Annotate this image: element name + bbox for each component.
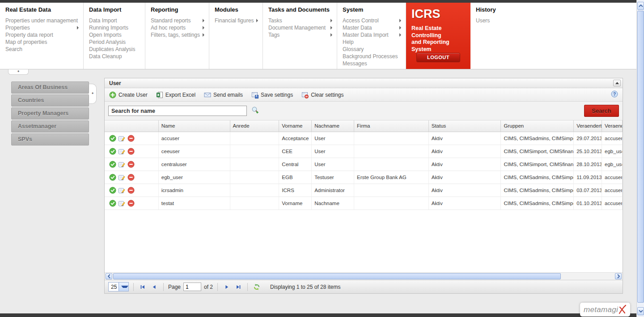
column-header-firma[interactable]: Firma: [354, 120, 429, 132]
page-number-input[interactable]: [183, 283, 201, 291]
last-page-button[interactable]: [234, 283, 243, 291]
activate-check-icon[interactable]: [109, 135, 116, 142]
edit-note-icon[interactable]: [118, 135, 126, 142]
edit-note-icon[interactable]: [118, 174, 126, 181]
activate-check-icon[interactable]: [109, 187, 116, 194]
menu-item-property-data-report[interactable]: Property data report: [5, 31, 83, 39]
menu-item-running-imports[interactable]: Running Imports: [89, 24, 145, 31]
table-row[interactable]: centraluserCentralUserAktivCIMS, CIMSimp…: [105, 158, 623, 171]
menu-item-search[interactable]: Search: [5, 46, 83, 53]
menu-item-filters-tags-settings[interactable]: Filters, tags, settings: [151, 31, 209, 39]
menu-item-properties[interactable]: Properties: [5, 24, 83, 31]
deactivate-minus-icon[interactable]: [127, 200, 135, 207]
column-header-actions[interactable]: [105, 120, 159, 132]
menu-item-duplicates-analysis[interactable]: Duplicates Analysis: [89, 46, 145, 53]
activate-check-icon[interactable]: [109, 200, 116, 207]
menu-item-financial-figures[interactable]: Financial figures: [215, 17, 263, 24]
column-header-anrede[interactable]: Anrede: [230, 120, 280, 132]
magnifier-add-icon[interactable]: [251, 106, 259, 116]
sidebar-item-countries[interactable]: Countries: [11, 94, 89, 107]
clear-settings-button[interactable]: Clear settings: [301, 91, 343, 99]
panel-collapse-button[interactable]: [613, 80, 621, 86]
cell-vorname: CEE: [279, 145, 312, 158]
edit-note-icon[interactable]: [118, 161, 126, 168]
menu-item-glossary[interactable]: Glossary: [343, 46, 406, 53]
menu-item-data-cleanup[interactable]: Data Cleanup: [89, 53, 145, 60]
page-size-select[interactable]: 25: [108, 282, 129, 291]
column-header-status[interactable]: Status: [429, 120, 501, 132]
submenu-arrow-icon: [203, 19, 204, 22]
menu-item-users[interactable]: Users: [476, 17, 636, 24]
menu-item-document-management[interactable]: Document Management: [268, 24, 337, 31]
edit-note-icon[interactable]: [118, 200, 126, 207]
dropdown-button[interactable]: [119, 283, 129, 291]
menu-item-ad-hoc-reports[interactable]: Ad hoc reports: [151, 24, 209, 31]
scroll-up-button[interactable]: [637, 2, 644, 10]
edit-note-icon[interactable]: [118, 187, 126, 194]
deactivate-minus-icon[interactable]: [127, 187, 135, 194]
next-page-button[interactable]: [222, 283, 231, 291]
sidebar-item-assetmanager[interactable]: Assetmanager: [11, 120, 89, 133]
activate-check-icon[interactable]: [109, 174, 116, 181]
deactivate-minus-icon[interactable]: [127, 161, 135, 168]
table-row[interactable]: egb_userEGBTestuserErste Group Bank AGAk…: [105, 171, 623, 184]
submenu-arrow-icon: [203, 33, 204, 37]
menu-item-standard-reports[interactable]: Standard reports: [151, 17, 209, 24]
submenu-arrow-icon: [399, 19, 401, 22]
menu-item-data-import[interactable]: Data Import: [89, 17, 145, 24]
menu-item-map-of-properties[interactable]: Map of properties: [5, 39, 83, 46]
deactivate-minus-icon[interactable]: [127, 135, 135, 142]
menu-item-master-data-import[interactable]: Master Data Import: [343, 31, 406, 39]
pagination-bar: 25 Page of 2 Displaying 1 to 25 of 28 it…: [105, 280, 623, 293]
create-user-button[interactable]: Create User: [109, 91, 148, 99]
scroll-left-button[interactable]: [106, 273, 112, 279]
export-excel-button[interactable]: Export Excel: [156, 91, 195, 99]
help-icon[interactable]: ?: [611, 90, 618, 99]
menu-item-messages[interactable]: Messages: [343, 60, 406, 67]
column-header-veraendert-von[interactable]: Veraendert von: [602, 120, 623, 132]
sidebar-collapse-tab[interactable]: ✦: [8, 69, 29, 75]
column-header-name[interactable]: Name: [159, 120, 230, 132]
menu-item-period-analysis[interactable]: Period Analysis: [89, 39, 145, 46]
page-label: Page: [168, 284, 181, 290]
table-row[interactable]: testatVornameNachnameAktivCIMS, CIMSadmi…: [105, 197, 623, 210]
search-button[interactable]: Search: [584, 105, 619, 117]
row-actions: [105, 158, 159, 171]
save-settings-button[interactable]: Save settings: [251, 91, 293, 99]
horizontal-scroll-thumb[interactable]: [113, 273, 561, 279]
activate-check-icon[interactable]: [109, 148, 116, 155]
column-header-nachname[interactable]: Nachname: [312, 120, 354, 132]
search-input[interactable]: [108, 106, 247, 116]
menu-item-tags[interactable]: Tags: [268, 31, 337, 39]
first-page-button[interactable]: [138, 283, 147, 291]
send-emails-button[interactable]: Send emails: [204, 91, 243, 99]
prev-page-button[interactable]: [150, 283, 159, 291]
menu-item-help[interactable]: Help: [343, 39, 406, 46]
column-header-veraendert[interactable]: Veraendert: [574, 120, 602, 132]
column-header-vorname[interactable]: Vorname: [279, 120, 312, 132]
menu-item-master-data[interactable]: Master Data: [343, 24, 406, 31]
deactivate-minus-icon[interactable]: [127, 148, 135, 155]
scroll-right-button[interactable]: [615, 273, 622, 279]
scroll-down-button[interactable]: [637, 307, 644, 315]
menu-item-properties-under-management[interactable]: Properties under management: [5, 17, 83, 24]
deactivate-minus-icon[interactable]: [127, 174, 135, 181]
sidebar-item-areas-of-business[interactable]: Areas Of Business: [11, 81, 89, 94]
edit-note-icon[interactable]: [118, 148, 126, 155]
menu-item-background-processes[interactable]: Background Processes: [343, 53, 406, 60]
activate-check-icon[interactable]: [109, 161, 116, 168]
table-row[interactable]: ceeuserCEEUserAktivCIMS, CIMSimport, CIM…: [105, 145, 623, 158]
menu-item-tasks[interactable]: Tasks: [268, 17, 337, 24]
sidebar-item-spvs[interactable]: SPVs: [11, 133, 89, 146]
sidebar-item-property-managers[interactable]: Property Managers: [11, 107, 89, 120]
column-header-gruppen[interactable]: Gruppen: [501, 120, 574, 132]
table-row[interactable]: icrsadminICRSAdministratorAktivCIMS, CIM…: [105, 184, 623, 197]
menu-item-access-control[interactable]: Access Control: [343, 17, 406, 24]
menu-item-open-imports[interactable]: Open Imports: [89, 31, 145, 39]
table-row[interactable]: accuserAcceptanceUserAktivCIMS, CIMSadmi…: [105, 132, 623, 145]
sidebar-flap-handle[interactable]: ✦: [89, 84, 97, 104]
logout-button[interactable]: LOGOUT: [416, 53, 460, 62]
refresh-button[interactable]: [252, 283, 261, 291]
vertical-scroll-thumb[interactable]: [637, 11, 644, 303]
cell-status: Aktiv: [429, 171, 501, 184]
